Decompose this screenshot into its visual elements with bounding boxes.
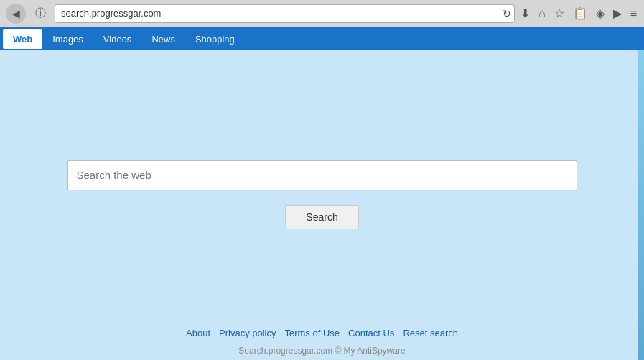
reload-button[interactable]: ↻: [503, 8, 511, 19]
url-input[interactable]: [61, 8, 494, 19]
reader-button[interactable]: 📋: [571, 5, 589, 22]
footer-link-reset[interactable]: Reset search: [403, 328, 458, 338]
address-bar: ↻: [55, 4, 515, 23]
footer-link-contact[interactable]: Contact Us: [348, 328, 394, 338]
nav-tabs: Web Images Videos News Shopping: [0, 27, 644, 50]
tab-shopping[interactable]: Shopping: [185, 29, 245, 49]
menu-button[interactable]: ≡: [629, 6, 638, 22]
search-input[interactable]: [67, 160, 577, 190]
footer-link-privacy[interactable]: Privacy policy: [219, 328, 276, 338]
download-button[interactable]: ⬇: [519, 5, 531, 22]
search-container: Search: [67, 160, 577, 229]
footer-link-terms[interactable]: Terms of Use: [284, 328, 340, 338]
tab-images[interactable]: Images: [42, 29, 93, 49]
tab-videos[interactable]: Videos: [93, 29, 142, 49]
back-button[interactable]: ◀: [6, 4, 26, 24]
pocket-button[interactable]: ◈: [594, 5, 606, 22]
toolbar-icons: ⬇ ⌂ ☆ 📋 ◈ ▶ ≡: [519, 5, 638, 22]
watermark: Search.progressgar.com © My AntiSpyware: [238, 346, 405, 356]
search-button[interactable]: Search: [285, 205, 358, 229]
info-button[interactable]: ⓘ: [30, 4, 50, 24]
bookmark-button[interactable]: ☆: [553, 5, 566, 22]
footer-links: About Privacy policy Terms of Use Contac…: [186, 328, 458, 338]
tab-news[interactable]: News: [141, 29, 185, 49]
main-content: Search About Privacy policy Terms of Use…: [0, 50, 644, 360]
tab-web[interactable]: Web: [3, 29, 42, 49]
footer-link-about[interactable]: About: [186, 328, 210, 338]
home-button[interactable]: ⌂: [537, 6, 547, 22]
send-button[interactable]: ▶: [612, 5, 623, 22]
browser-chrome: ◀ ⓘ ↻ ⬇ ⌂ ☆ 📋 ◈ ▶ ≡: [0, 0, 644, 27]
right-bar: [638, 50, 644, 360]
